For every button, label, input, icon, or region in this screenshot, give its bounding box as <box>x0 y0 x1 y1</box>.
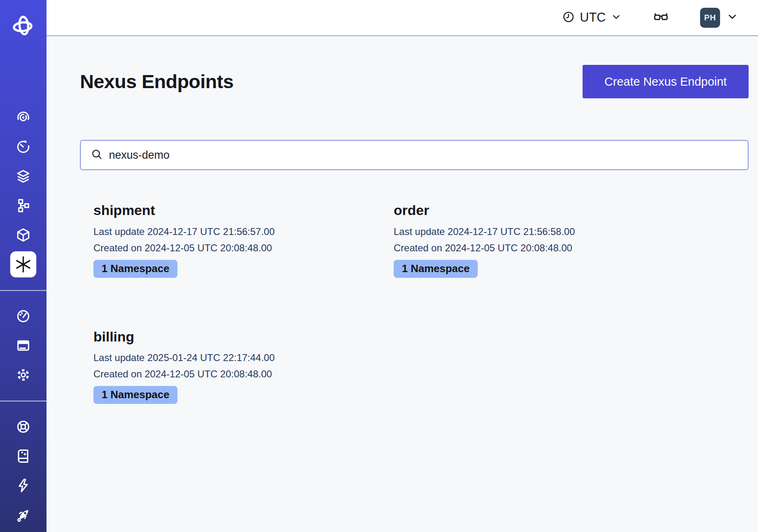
sidebar-item-spiral[interactable] <box>0 103 47 132</box>
sidebar-nav-main <box>0 103 47 279</box>
bolt-icon <box>16 478 31 493</box>
sidebar-item-usage[interactable] <box>0 301 47 331</box>
sidebar-item-nexus[interactable] <box>0 250 47 279</box>
cube-icon <box>16 227 31 243</box>
book-sparkles-icon <box>16 448 31 464</box>
lifebuoy-icon <box>16 419 31 434</box>
namespace-badge: 1 Namespace <box>93 386 177 404</box>
endpoint-created: Created on 2024-12-05 UTC 20:08:48.00 <box>93 366 380 382</box>
search-box[interactable] <box>80 140 749 170</box>
asterisk-icon <box>14 255 33 274</box>
active-item-highlight <box>10 251 36 277</box>
endpoint-name[interactable]: order <box>394 202 680 219</box>
sidebar <box>0 0 47 532</box>
glasses-icon <box>653 19 669 26</box>
endpoint-card-order[interactable]: order Last update 2024-12-17 UTC 21:56:5… <box>380 202 680 278</box>
sidebar-item-getting-started[interactable] <box>0 500 47 530</box>
sidebar-nav-help <box>0 412 47 530</box>
gear-icon <box>16 367 31 383</box>
timezone-selector[interactable]: UTC <box>562 10 622 25</box>
sidebar-item-timer[interactable] <box>0 132 47 162</box>
search-icon <box>91 148 103 162</box>
dev-mode-toggle[interactable] <box>653 9 669 27</box>
sidebar-item-docs[interactable] <box>0 441 47 471</box>
timezone-label: UTC <box>580 10 606 25</box>
create-nexus-endpoint-button[interactable]: Create Nexus Endpoint <box>583 65 749 98</box>
sidebar-divider <box>0 290 47 291</box>
namespace-badge: 1 Namespace <box>394 260 478 278</box>
search-input[interactable] <box>109 149 738 162</box>
endpoint-card-shipment[interactable]: shipment Last update 2024-12-17 UTC 21:5… <box>80 202 380 278</box>
sidebar-item-billing[interactable] <box>0 331 47 360</box>
sidebar-nav-account <box>0 301 47 390</box>
endpoint-last-update: Last update 2024-12-17 UTC 21:56:57.00 <box>93 224 380 240</box>
chevron-down-icon <box>611 11 622 24</box>
endpoint-name[interactable]: shipment <box>93 202 380 219</box>
endpoint-created: Created on 2024-12-05 UTC 20:08:48.00 <box>394 240 680 256</box>
clock-icon <box>562 11 575 25</box>
sidebar-divider <box>0 401 47 401</box>
endpoint-name[interactable]: billing <box>93 328 380 345</box>
spiral-icon <box>16 110 31 125</box>
endpoints-grid: shipment Last update 2024-12-17 UTC 21:5… <box>80 202 749 404</box>
branch-icon <box>16 198 31 213</box>
sidebar-item-support[interactable] <box>0 412 47 441</box>
page-header: Nexus Endpoints Create Nexus Endpoint <box>80 65 749 98</box>
sidebar-item-quickstart[interactable] <box>0 471 47 500</box>
rocket-icon <box>16 507 31 523</box>
sidebar-item-branch[interactable] <box>0 191 47 220</box>
topbar: UTC PH <box>47 0 758 36</box>
gauge-icon <box>16 308 31 324</box>
invoice-icon <box>16 338 31 353</box>
endpoint-last-update: Last update 2024-12-17 UTC 21:56:58.00 <box>394 224 680 240</box>
sidebar-item-settings[interactable] <box>0 360 47 390</box>
user-menu[interactable]: PH <box>700 8 738 28</box>
sidebar-item-layers[interactable] <box>0 162 47 191</box>
main-content: Nexus Endpoints Create Nexus Endpoint sh… <box>47 36 758 532</box>
endpoint-last-update: Last update 2025-01-24 UTC 22:17:44.00 <box>93 350 380 366</box>
temporal-logo-icon[interactable] <box>12 0 35 38</box>
layers-icon <box>16 168 31 184</box>
avatar[interactable]: PH <box>700 8 720 28</box>
chevron-down-icon <box>726 11 738 24</box>
endpoint-card-billing[interactable]: billing Last update 2025-01-24 UTC 22:17… <box>80 328 380 404</box>
endpoint-created: Created on 2024-12-05 UTC 20:08:48.00 <box>93 240 380 256</box>
page-title: Nexus Endpoints <box>80 70 233 93</box>
sidebar-item-cube[interactable] <box>0 220 47 250</box>
namespace-badge: 1 Namespace <box>93 260 177 278</box>
timer-icon <box>16 139 31 155</box>
